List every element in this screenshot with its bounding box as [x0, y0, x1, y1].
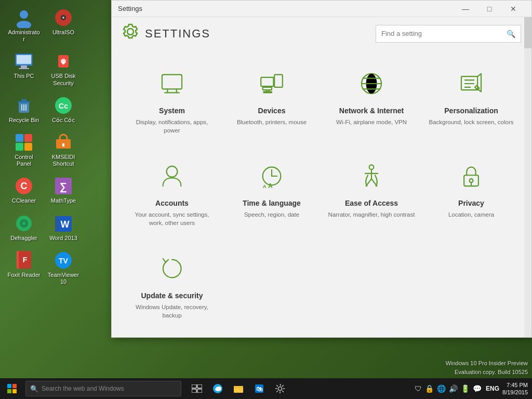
- start-button[interactable]: [0, 378, 23, 399]
- svg-rect-21: [16, 134, 23, 142]
- devices-desc: Bluetooth, printers, mouse: [237, 118, 307, 126]
- svg-rect-12: [62, 61, 64, 64]
- vpn-notify-icon: 🔒: [424, 384, 435, 393]
- window-controls: — □ ✕: [454, 1, 525, 17]
- settings-window: Settings — □ ✕ SETTINGS 🔍: [111, 0, 532, 338]
- battery-notify-icon: 🔋: [460, 384, 471, 393]
- svg-text:A: A: [268, 182, 273, 190]
- devices-icon: [258, 70, 285, 101]
- svg-point-0: [20, 10, 28, 19]
- desktop-icon-foxit[interactable]: F Foxit Reader: [5, 248, 43, 287]
- desktop-icon-kmseldi[interactable]: KMSElDI Shortcut: [45, 130, 82, 169]
- svg-rect-22: [24, 134, 32, 142]
- store-button[interactable]: 🛍: [250, 379, 269, 398]
- taskbar-clock: 7:45 PM 8/19/2015: [502, 381, 528, 396]
- privacy-icon: [458, 163, 485, 194]
- settings-content[interactable]: System Display, notifications, apps, pow…: [112, 50, 531, 337]
- system-desc: Display, notifications, apps, power: [128, 118, 216, 135]
- settings-item-time[interactable]: A A Time & language Speech, region, date: [222, 148, 322, 240]
- personalization-name: Personalization: [444, 107, 498, 115]
- maximize-button[interactable]: □: [477, 1, 501, 17]
- svg-text:TV: TV: [59, 257, 69, 265]
- svg-rect-15: [21, 99, 26, 101]
- window-title: Settings: [118, 5, 454, 12]
- settings-item-privacy[interactable]: Privacy Location, camera: [421, 148, 521, 240]
- desktop-icon-area: Administrator UltraISO This PC U: [5, 5, 82, 287]
- svg-rect-7: [21, 65, 27, 68]
- update-name: Update & security: [141, 291, 203, 300]
- accounts-icon: [158, 163, 185, 194]
- search-icon: 🔍: [507, 30, 515, 38]
- accounts-desc: Your account, sync settings, work, other…: [128, 210, 216, 227]
- svg-text:F: F: [23, 256, 28, 264]
- scrollbar[interactable]: [524, 17, 531, 337]
- personalization-desc: Background, lock screen, colors: [429, 118, 514, 126]
- svg-rect-47: [261, 77, 273, 86]
- file-explorer-button[interactable]: [229, 379, 248, 398]
- update-icon: [158, 255, 185, 286]
- action-center-icon[interactable]: 💬: [472, 384, 483, 393]
- desktop-icon-teamviewer[interactable]: TV TeamViewer 10: [45, 248, 82, 287]
- svg-rect-24: [24, 143, 32, 151]
- accounts-name: Accounts: [155, 199, 189, 207]
- svg-point-4: [62, 17, 64, 19]
- settings-item-devices[interactable]: Devices Bluetooth, printers, mouse: [222, 55, 322, 148]
- desktop-icon-defraggler[interactable]: Defraggler: [5, 211, 43, 244]
- desktop-icon-control-panel[interactable]: Control Panel: [5, 130, 43, 169]
- settings-taskbar-button[interactable]: [271, 379, 289, 398]
- svg-rect-71: [7, 384, 11, 388]
- edge-browser-button[interactable]: [208, 379, 227, 398]
- settings-item-network[interactable]: Network & Internet Wi-Fi, airplane mode,…: [322, 55, 421, 148]
- svg-rect-48: [274, 75, 283, 87]
- desktop-icon-recycle-bin[interactable]: Recycle Bin: [5, 93, 43, 126]
- minimize-button[interactable]: —: [454, 1, 477, 17]
- desktop-icon-ccleaner[interactable]: C CCleaner: [5, 174, 43, 206]
- desktop-icon-word2013[interactable]: W Word 2013: [45, 211, 82, 244]
- svg-rect-43: [162, 75, 182, 89]
- svg-rect-14: [18, 101, 30, 103]
- settings-search-input[interactable]: [381, 30, 507, 37]
- svg-point-83: [278, 387, 282, 391]
- svg-rect-73: [7, 389, 11, 393]
- ease-name: Ease of Access: [345, 199, 398, 207]
- settings-item-personalization[interactable]: Personalization Background, lock screen,…: [421, 55, 521, 148]
- taskbar-app-icons: 🛍: [183, 379, 294, 398]
- svg-point-61: [167, 166, 178, 177]
- svg-rect-27: [62, 143, 64, 147]
- time-desc: Speech, region, date: [244, 210, 299, 219]
- settings-item-accounts[interactable]: Accounts Your account, sync settings, wo…: [122, 148, 222, 240]
- taskbar-search-box[interactable]: 🔍 Search the web and Windows: [25, 381, 181, 396]
- system-icon: [158, 70, 185, 101]
- task-view-button[interactable]: [188, 379, 206, 398]
- svg-rect-74: [12, 389, 17, 393]
- network-icon: [358, 70, 385, 101]
- settings-grid: System Display, notifications, apps, pow…: [122, 55, 521, 333]
- volume-notify-icon[interactable]: 🔊: [448, 384, 459, 393]
- settings-header: SETTINGS 🔍: [112, 17, 531, 50]
- taskbar-right: 🛡 🔒 🌐 🔊 🔋 💬 ENG 7:45 PM 8/19/2015: [414, 381, 532, 396]
- notification-icons: 🛡 🔒 🌐 🔊 🔋 💬: [414, 384, 483, 393]
- close-button[interactable]: ✕: [501, 1, 525, 17]
- scrollbar-thumb[interactable]: [524, 17, 531, 48]
- desktop-icon-usb-security[interactable]: USB Disk Security: [45, 49, 82, 88]
- desktop-icon-ultraiso[interactable]: UltraISO: [45, 5, 82, 45]
- settings-search-box[interactable]: 🔍: [376, 25, 521, 43]
- update-desc: Windows Update, recovery, backup: [128, 303, 216, 320]
- desktop-icon-this-pc[interactable]: This PC: [5, 49, 43, 88]
- settings-item-update[interactable]: Update & security Windows Update, recove…: [122, 240, 222, 332]
- settings-item-ease[interactable]: Ease of Access Narrator, magnifier, high…: [322, 148, 421, 240]
- settings-gear-icon: [122, 23, 139, 44]
- language-indicator: ENG: [486, 385, 499, 392]
- desktop-icon-mathtype[interactable]: ∑ MathType: [45, 174, 82, 206]
- svg-text:C: C: [21, 181, 28, 191]
- devices-name: Devices: [258, 107, 286, 115]
- svg-rect-77: [192, 389, 196, 393]
- network-name: Network & Internet: [339, 107, 404, 115]
- svg-text:∑: ∑: [60, 181, 67, 193]
- settings-item-system[interactable]: System Display, notifications, apps, pow…: [122, 55, 222, 148]
- svg-rect-9: [17, 55, 31, 64]
- svg-rect-8: [19, 68, 29, 69]
- network-notify-icon: 🌐: [436, 384, 447, 393]
- desktop-icon-administrator[interactable]: Administrator: [5, 5, 43, 45]
- desktop-icon-coccoc[interactable]: Cc Cốc Cốc: [45, 93, 82, 126]
